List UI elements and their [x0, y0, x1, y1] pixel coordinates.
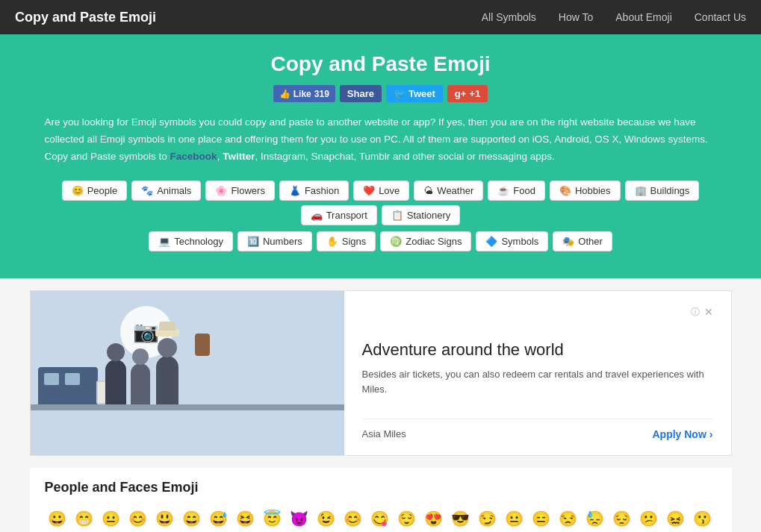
cat-label-love: Love	[379, 185, 400, 196]
cat-label-zodiac: Zodiac Signs	[406, 236, 462, 247]
emoji-item[interactable]: 😉	[314, 506, 339, 531]
hero-section: Copy and Paste Emoji 👍 Like 319 Share 🐦 …	[0, 34, 761, 278]
ad-cta-button[interactable]: Apply Now ›	[652, 428, 712, 440]
ad-content: ⓘ ✕ Adventure around the world Besides a…	[344, 291, 731, 455]
navbar-brand[interactable]: Copy and Paste Emoji	[15, 10, 156, 25]
cat-emoji-numbers: 🔟	[247, 236, 259, 247]
emoji-item[interactable]: 😔	[609, 506, 635, 531]
emoji-item[interactable]: 😄	[179, 506, 205, 531]
cat-emoji-transport: 🚗	[311, 210, 323, 221]
ad-footer: Asia Miles Apply Now ›	[362, 419, 713, 440]
emoji-item[interactable]: 😗	[690, 506, 715, 531]
category-btn-other[interactable]: 🎭Other	[553, 231, 612, 251]
navbar: Copy and Paste Emoji All Symbols How To …	[0, 0, 761, 34]
cat-label-buildings: Buildings	[650, 185, 690, 196]
category-btn-zodiac[interactable]: ♍Zodiac Signs	[380, 231, 471, 251]
emoji-item[interactable]: 😊	[341, 506, 366, 531]
emoji-item[interactable]: 😕	[636, 506, 662, 531]
nav-about-emoji[interactable]: About Emoji	[615, 11, 671, 23]
twitter-icon: 🐦	[394, 88, 406, 99]
emoji-item[interactable]: 😏	[475, 506, 500, 531]
cat-label-food: Food	[513, 185, 535, 196]
social-buttons: 👍 Like 319 Share 🐦 Tweet g+ +1	[15, 85, 746, 102]
cat-label-signs: Signs	[342, 236, 367, 247]
twitter-tweet-button[interactable]: 🐦 Tweet	[386, 85, 443, 102]
cat-emoji-signs: ✋	[326, 236, 338, 247]
category-btn-signs[interactable]: ✋Signs	[317, 231, 376, 251]
nav-contact-us[interactable]: Contact Us	[695, 11, 746, 23]
category-btn-symbols[interactable]: 🔷Symbols	[476, 231, 548, 251]
category-btn-people[interactable]: 😊People	[62, 181, 127, 201]
ad-image: 📷	[31, 291, 344, 455]
emoji-item[interactable]: 😌	[394, 506, 420, 531]
category-btn-love[interactable]: ❤️Love	[353, 181, 409, 201]
ad-cta-label: Apply Now	[652, 428, 706, 440]
emoji-item[interactable]: 😐	[99, 506, 124, 531]
nav-all-symbols[interactable]: All Symbols	[482, 11, 536, 23]
hero-description: Are you looking for Emoji symbols you co…	[45, 114, 717, 166]
like-count: 319	[314, 89, 329, 99]
emoji-item[interactable]: 😓	[583, 506, 608, 531]
emoji-item[interactable]: 😈	[287, 506, 312, 531]
cat-label-technology: Technology	[174, 236, 223, 247]
emoji-item[interactable]: 😋	[367, 506, 393, 531]
cat-label-other: Other	[578, 236, 603, 247]
ad-banner: 📷	[30, 290, 732, 456]
cat-label-hobbies: Hobbies	[575, 185, 611, 196]
category-btn-buildings[interactable]: 🏢Buildings	[625, 181, 700, 201]
category-row-1: 😊People🐾Animals🌸Flowers👗Fashion❤️Love🌤We…	[30, 181, 731, 225]
category-btn-flowers[interactable]: 🌸Flowers	[205, 181, 275, 201]
nav-how-to[interactable]: How To	[559, 11, 593, 23]
cat-label-people: People	[87, 185, 117, 196]
emoji-item[interactable]: 😆	[233, 506, 258, 531]
ad-description: Besides air tickets, you can also redeem…	[362, 367, 713, 396]
ad-info-bar: ⓘ ✕	[362, 306, 713, 319]
emoji-item[interactable]: 😃	[152, 506, 178, 531]
emoji-item[interactable]: 😇	[260, 506, 285, 531]
share-label: Share	[347, 88, 374, 99]
emoji-item[interactable]: 😖	[663, 506, 689, 531]
cat-emoji-stationery: 📋	[391, 210, 403, 221]
emoji-section: People and Faces Emoji 😀😁😐😊😃😄😅😆😇😈😉😊😋😌😍😎😏…	[30, 468, 732, 532]
emoji-item[interactable]: 😊	[125, 506, 151, 531]
emoji-item[interactable]: 😍	[421, 506, 447, 531]
emoji-item[interactable]: 😑	[529, 506, 554, 531]
cat-emoji-technology: 💻	[158, 236, 170, 247]
emoji-item[interactable]: 😁	[72, 506, 97, 531]
ad-close-icon[interactable]: ✕	[704, 306, 713, 319]
emoji-item[interactable]: 😎	[448, 506, 473, 531]
category-row-2: 💻Technology🔟Numbers✋Signs♍Zodiac Signs🔷S…	[30, 231, 731, 251]
google-plus-button[interactable]: g+ +1	[447, 85, 488, 102]
emoji-item[interactable]: 😒	[556, 506, 581, 531]
category-btn-stationery[interactable]: 📋Stationery	[382, 205, 461, 225]
twitter-link[interactable]: Twitter	[223, 151, 255, 162]
chevron-right-icon: ›	[709, 428, 713, 440]
like-label: Like	[293, 89, 311, 99]
facebook-like-button[interactable]: 👍 Like 319	[273, 85, 335, 102]
category-btn-hobbies[interactable]: 🎨Hobbies	[550, 181, 621, 201]
ad-info-icon: ⓘ	[691, 306, 700, 319]
emoji-item[interactable]: 😐	[502, 506, 527, 531]
facebook-share-button[interactable]: Share	[340, 85, 382, 102]
cat-label-fashion: Fashion	[305, 185, 339, 196]
category-btn-technology[interactable]: 💻Technology	[149, 231, 233, 251]
category-btn-transport[interactable]: 🚗Transport	[301, 205, 377, 225]
emoji-item[interactable]: 😅	[206, 506, 232, 531]
cat-emoji-weather: 🌤	[423, 185, 433, 196]
category-btn-fashion[interactable]: 👗Fashion	[279, 181, 349, 201]
cat-emoji-flowers: 🌸	[215, 185, 227, 196]
ad-title: Adventure around the world	[362, 340, 713, 360]
category-btn-animals[interactable]: 🐾Animals	[131, 181, 201, 201]
facebook-link[interactable]: Facebook	[170, 151, 217, 162]
category-btn-food[interactable]: ☕Food	[488, 181, 545, 201]
emoji-grid: 😀😁😐😊😃😄😅😆😇😈😉😊😋😌😍😎😏😐😑😒😓😔😕😖😗😘😙😚😛😜😝😞😟😠😡😢😣😤😥😦…	[45, 506, 717, 532]
cat-emoji-animals: 🐾	[141, 185, 153, 196]
ad-brand: Asia Miles	[362, 428, 406, 439]
category-btn-weather[interactable]: 🌤Weather	[414, 181, 483, 201]
cat-label-transport: Transport	[326, 210, 367, 221]
hero-title: Copy and Paste Emoji	[15, 52, 746, 76]
cat-emoji-symbols: 🔷	[485, 236, 497, 247]
category-btn-numbers[interactable]: 🔟Numbers	[237, 231, 312, 251]
emoji-item[interactable]: 😀	[45, 506, 70, 531]
hero-desc-rest: , Instagram, Snapchat, Tumblr and other …	[255, 151, 554, 162]
